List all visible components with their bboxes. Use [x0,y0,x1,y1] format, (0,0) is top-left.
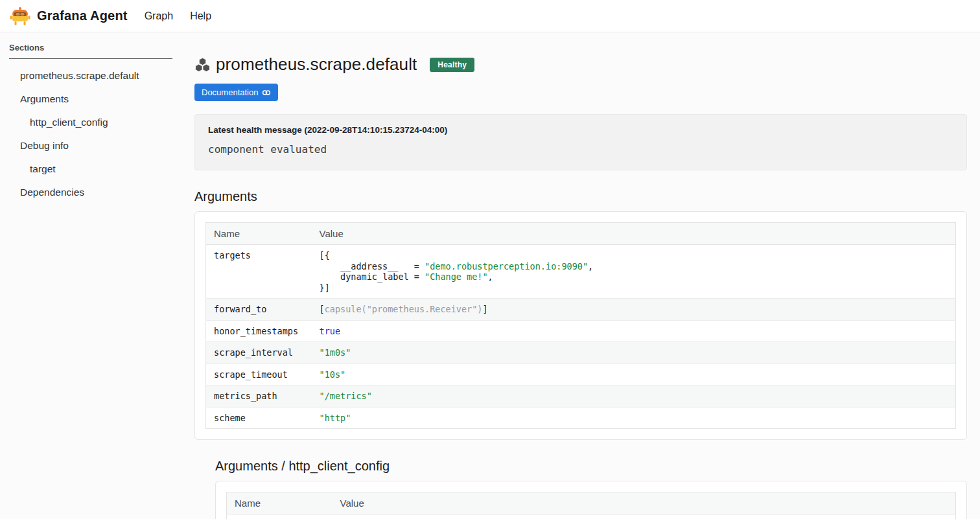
column-header-name: Name [227,492,332,514]
documentation-button[interactable]: Documentation [194,84,278,101]
argument-name: scrape_timeout [206,363,312,386]
table-row-scheme: scheme"http" [206,407,956,429]
link-icon [262,88,271,97]
sidebar-item-http-client-config[interactable]: http_client_config [9,111,172,134]
table-row-targets: targets[{ __address__ = "demo.robustperc… [206,245,956,299]
table-header-row: NameValue [206,223,956,245]
table-row-scrape_interval: scrape_interval"1m0s" [206,342,956,364]
table-row-metrics_path: metrics_path"/metrics" [206,386,956,408]
table-row-honor_timestamps: honor_timestampstrue [206,320,956,342]
sidebar-item-arguments[interactable]: Arguments [9,87,172,111]
table-row-follow_redirects: follow_redirectstrue [227,514,956,519]
section-heading-http-client-config: Arguments / http_client_config [215,459,967,474]
component-title-row: prometheus.scrape.default Healthy [194,54,967,75]
health-message-text: component evaluated [208,143,953,156]
column-header-value: Value [332,492,956,514]
section-http-client-config: Arguments / http_client_config NameValue… [215,459,967,519]
argument-name: follow_redirects [227,514,332,519]
brand-title: Grafana Agent [37,8,128,23]
health-status-badge: Healthy [430,58,474,72]
argument-name: forward_to [206,299,312,321]
sidebar-list: prometheus.scrape.defaultArgumentshttp_c… [9,64,172,204]
grafana-agent-logo-icon [9,5,31,27]
health-message-label: Latest health message (2022-09-28T14:10:… [208,125,953,135]
sidebar-item-target[interactable]: target [9,157,172,181]
argument-value: true [312,320,956,342]
argument-name: honor_timestamps [206,320,312,342]
nav-link-graph[interactable]: Graph [145,10,173,22]
health-message-card: Latest health message (2022-09-28T14:10:… [194,114,967,170]
http-client-config-card: NameValue follow_redirectstrueenable_htt… [215,481,967,519]
sidebar-divider [9,58,172,59]
sidebar-item-debug-info[interactable]: Debug info [9,134,172,157]
section-heading-arguments: Arguments [194,189,967,204]
argument-name: targets [206,245,312,299]
argument-value: true [332,514,956,519]
nav-link-help[interactable]: Help [190,10,211,22]
cubes-icon [194,57,211,73]
arguments-table: NameValue targets[{ __address__ = "demo.… [205,222,956,429]
http-client-config-table: NameValue follow_redirectstrueenable_htt… [226,492,956,519]
top-navbar: Grafana Agent Graph Help [0,0,980,32]
table-row-scrape_timeout: scrape_timeout"10s" [206,363,956,386]
main-content: prometheus.scrape.default Healthy Docume… [194,32,980,519]
argument-name: scheme [206,407,312,429]
argument-value: "1m0s" [312,342,956,364]
argument-name: scrape_interval [206,342,312,364]
column-header-name: Name [206,223,312,245]
page-title: prometheus.scrape.default [216,54,417,75]
brand[interactable]: Grafana Agent [9,5,128,27]
sections-sidebar: Sections prometheus.scrape.defaultArgume… [0,32,194,204]
argument-value: "/metrics" [312,386,956,408]
argument-value: [{ __address__ = "demo.robustperception.… [312,245,956,299]
table-row-forward_to: forward_to[capsule("prometheus.Receiver"… [206,299,956,321]
section-arguments: Arguments NameValue targets[{ __address_… [194,189,967,440]
argument-value: "http" [312,407,956,429]
sidebar-title: Sections [9,43,172,52]
argument-name: metrics_path [206,386,312,408]
sidebar-item-prometheus-scrape-default[interactable]: prometheus.scrape.default [9,64,172,87]
table-header-row: NameValue [227,492,956,514]
arguments-card: NameValue targets[{ __address__ = "demo.… [194,211,967,440]
column-header-value: Value [312,223,956,245]
sidebar-item-dependencies[interactable]: Dependencies [9,181,172,204]
documentation-button-label: Documentation [202,87,258,97]
argument-value: "10s" [312,363,956,386]
argument-value: [capsule("prometheus.Receiver")] [312,299,956,321]
